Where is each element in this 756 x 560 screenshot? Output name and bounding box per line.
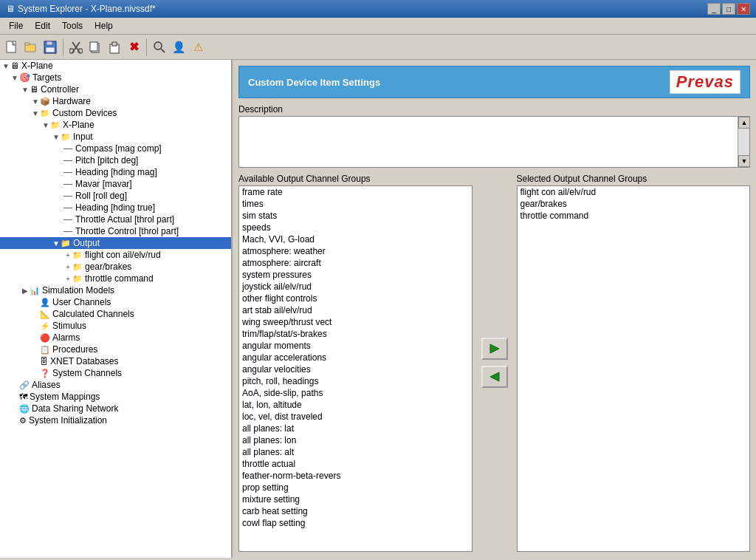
menu-edit[interactable]: Edit <box>29 19 56 33</box>
expand-output[interactable]: ▼ <box>52 239 61 247</box>
available-list-item[interactable]: atmosphere: aircraft <box>239 257 472 269</box>
menu-tools[interactable]: Tools <box>56 19 89 33</box>
tree-item-targets[interactable]: ▼ 🎯 Targets <box>0 72 231 83</box>
delete-button[interactable]: ✖ <box>125 38 142 56</box>
maximize-button[interactable]: □ <box>722 3 735 15</box>
available-list-item[interactable]: joystick ail/elv/rud <box>239 281 472 293</box>
description-input[interactable] <box>239 117 738 167</box>
available-list-item[interactable]: times <box>239 198 472 210</box>
minimize-button[interactable]: _ <box>707 3 721 15</box>
desc-scroll-down[interactable]: ▼ <box>738 155 750 167</box>
menu-help[interactable]: Help <box>89 19 119 33</box>
app-icon: 🖥 <box>6 4 15 14</box>
tree-item-procedures[interactable]: 📋 Procedures <box>0 344 231 355</box>
tree-item-alarms[interactable]: 🔴 Alarms <box>0 332 231 344</box>
expand-targets[interactable]: ▼ <box>10 74 19 82</box>
expand-gearbrakes[interactable]: + <box>63 263 72 271</box>
available-list-item[interactable]: feather-norm-beta-revers <box>239 470 472 482</box>
tree-item-syschannels[interactable]: ❓ System Channels <box>0 367 231 379</box>
tree-item-sysinit[interactable]: ⚙ System Initialization <box>0 414 231 426</box>
close-button[interactable]: ✕ <box>737 3 750 15</box>
available-list-item[interactable]: loc, vel, dist traveled <box>239 411 472 423</box>
expand-customdevices[interactable]: ▼ <box>31 109 40 117</box>
tree-item-mavar[interactable]: — Mavar [mavar] <box>0 178 231 190</box>
search-button[interactable] <box>151 38 168 56</box>
tree-item-customdevices[interactable]: ▼ 📁 Custom Devices <box>0 107 231 119</box>
expand-xplane[interactable]: ▼ <box>1 62 10 70</box>
available-list-item[interactable]: AoA, side-slip, paths <box>239 387 472 399</box>
available-list-item[interactable]: speeds <box>239 222 472 233</box>
tree-item-stimulus[interactable]: ⚡ Stimulus <box>0 320 231 332</box>
expand-input[interactable]: ▼ <box>52 133 61 141</box>
new-button[interactable] <box>3 38 21 56</box>
tree-item-throttlecmd[interactable]: + 📁 throttle command <box>0 273 231 284</box>
transfer-left-button[interactable] <box>481 366 508 388</box>
tree-item-compass[interactable]: — Compass [mag comp] <box>0 143 231 154</box>
available-list-item[interactable]: angular moments <box>239 340 472 352</box>
cut-button[interactable] <box>67 38 85 56</box>
tree-item-throttleactual[interactable]: — Throttle Actual [throl part] <box>0 214 231 225</box>
available-list-item[interactable]: mixture setting <box>239 494 472 505</box>
selected-list-item[interactable]: gear/brakes <box>518 198 750 210</box>
warning-button[interactable]: ⚠ <box>189 38 207 56</box>
available-channel-list[interactable]: frame ratetimessim statsspeedsMach, VVI,… <box>238 185 472 552</box>
tree-item-output[interactable]: ▼ 📁 Output <box>0 237 231 249</box>
copy-button[interactable] <box>86 38 104 56</box>
tree-item-controller[interactable]: ▼ 🖥 Controller <box>0 83 231 95</box>
menu-file[interactable]: File <box>3 19 29 33</box>
tree-item-throttlecontrol[interactable]: — Throttle Control [throl part] <box>0 225 231 237</box>
expand-hardware[interactable]: ▼ <box>31 98 40 106</box>
available-list-item[interactable]: trim/flap/stat/s-brakes <box>239 328 472 340</box>
expand-throttlecmd[interactable]: + <box>63 275 72 283</box>
available-list-item[interactable]: prop setting <box>239 482 472 494</box>
available-list-item[interactable]: cowl flap setting <box>239 517 472 529</box>
save-button[interactable] <box>41 38 59 56</box>
available-list-item[interactable]: all planes: lat <box>239 423 472 434</box>
paste-button[interactable] <box>106 38 123 56</box>
available-list-item[interactable]: Mach, VVI, G-load <box>239 233 472 245</box>
available-list-item[interactable]: angular accelerations <box>239 352 472 363</box>
tree-item-heading[interactable]: — Heading [hding mag] <box>0 166 231 178</box>
selected-list-item[interactable]: flight con ail/elv/rud <box>518 186 750 198</box>
tree-item-simmodels[interactable]: ▶ 📊 Simulation Models <box>0 284 231 296</box>
tree-item-sysmappings[interactable]: 🗺 System Mappings <box>0 391 231 403</box>
tree-item-roll[interactable]: — Roll [roll deg] <box>0 190 231 202</box>
available-list-item[interactable]: carb heat setting <box>239 505 472 517</box>
available-list-item[interactable]: all planes: lon <box>239 434 472 446</box>
tree-item-aliases[interactable]: 🔗 Aliases <box>0 379 231 391</box>
selected-channel-list[interactable]: flight con ail/elv/rudgear/brakesthrottl… <box>517 185 751 552</box>
tree-item-xnetdb[interactable]: 🗄 XNET Databases <box>0 355 231 367</box>
expand-controller[interactable]: ▼ <box>21 86 30 94</box>
available-list-item[interactable]: wing sweep/thrust vect <box>239 316 472 328</box>
tree-item-hardware[interactable]: ▼ 📦 Hardware <box>0 95 231 107</box>
expand-simmodels[interactable]: ▶ <box>21 287 30 295</box>
available-list-item[interactable]: atmosphere: weather <box>239 245 472 257</box>
available-list-item[interactable]: sim stats <box>239 210 472 222</box>
open-button[interactable] <box>22 38 40 56</box>
available-list-item[interactable]: art stab ail/elv/rud <box>239 304 472 316</box>
tree-item-input[interactable]: ▼ 📁 Input <box>0 131 231 143</box>
available-list-item[interactable]: angular velocities <box>239 363 472 375</box>
available-list-item[interactable]: system pressures <box>239 269 472 281</box>
tree-item-userchannels[interactable]: 👤 User Channels <box>0 296 231 308</box>
available-list-item[interactable]: pitch, roll, headings <box>239 375 472 387</box>
available-list-item[interactable]: other flight controls <box>239 293 472 304</box>
tree-item-calcchannels[interactable]: 📐 Calculated Channels <box>0 308 231 320</box>
available-list-item[interactable]: throttle actual <box>239 458 472 470</box>
expand-flightcon[interactable]: + <box>63 251 72 259</box>
tree-item-xplane-inner[interactable]: ▼ 📁 X-Plane <box>0 119 231 131</box>
tree-item-xplane[interactable]: ▼ 🖥 X-Plane <box>0 60 231 72</box>
tree-item-headingtrue[interactable]: — Heading [hding true] <box>0 202 231 214</box>
selected-list-item[interactable]: throttle command <box>518 210 750 222</box>
available-list-item[interactable]: lat, lon, altitude <box>239 399 472 411</box>
expand-xplane-inner[interactable]: ▼ <box>41 121 50 129</box>
desc-scroll-up[interactable]: ▲ <box>738 117 750 129</box>
transfer-right-button[interactable] <box>481 338 508 360</box>
available-list-item[interactable]: frame rate <box>239 186 472 198</box>
tree-item-datasharingnet[interactable]: 🌐 Data Sharing Network <box>0 403 231 414</box>
available-list-item[interactable]: all planes: alt <box>239 446 472 458</box>
user-button[interactable]: 👤 <box>170 38 188 56</box>
tree-item-flightcon[interactable]: + 📁 flight con ail/elv/rud <box>0 249 231 261</box>
tree-item-pitch[interactable]: — Pitch [pitch deg] <box>0 154 231 166</box>
tree-item-gearbrakes[interactable]: + 📁 gear/brakes <box>0 261 231 273</box>
